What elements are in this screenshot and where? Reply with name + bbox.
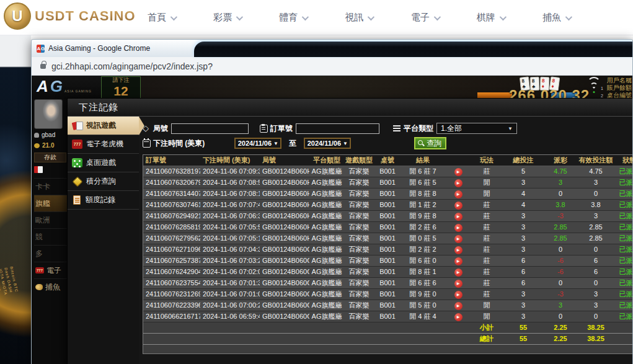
cell-valid: 0 — [576, 311, 616, 322]
replay-play-icon[interactable]: ▶ — [454, 202, 463, 210]
cell-valid: 2.85 — [576, 221, 616, 233]
replay-play-icon[interactable]: ▶ — [454, 224, 463, 232]
nav-item-首頁[interactable]: 首頁 — [148, 12, 175, 24]
replay-play-icon[interactable]: ▶ — [454, 280, 463, 288]
cell-game: 百家樂 — [344, 255, 374, 266]
lobby-menu-item-捕魚[interactable]: 捕魚 — [34, 278, 67, 295]
replay-play-icon[interactable]: ▶ — [454, 246, 463, 254]
cell-valid: 0 — [576, 244, 616, 255]
grand-total-value: 55 — [502, 333, 545, 344]
subtotal-label: 小計 — [472, 322, 502, 333]
cell-game: 百家樂 — [344, 210, 374, 221]
date-from-picker[interactable]: 2024/11/06 ▼ — [234, 138, 281, 149]
replay-play-icon[interactable]: ▶ — [454, 213, 463, 221]
cell-time: 2024-11-06 07:04:35 — [200, 244, 260, 255]
cell-order: 241106076223396 — [143, 300, 200, 311]
modal-sidebar-item-電子老虎機[interactable]: 電子老虎機 — [68, 135, 139, 154]
cell-valid: 6 — [576, 266, 616, 277]
ssl-lock-icon[interactable] — [40, 64, 46, 69]
cell-valid: 2.85 — [576, 233, 616, 244]
search-icon — [418, 140, 425, 147]
cell-round: GB00124B060H7 — [260, 166, 309, 177]
nav-item-label: 捕魚 — [542, 12, 561, 24]
order-number-input[interactable] — [296, 123, 379, 134]
search-button[interactable]: 查詢 — [414, 137, 446, 149]
nav-item-捕魚[interactable]: 捕魚 — [542, 12, 570, 24]
address-bar[interactable]: gci.2hhapi.com/agingame/pcv2/index.jsp? — [32, 57, 632, 76]
bet-record-row: 2411060762429042024-11-06 07:02:06GB0012… — [143, 266, 632, 277]
cell-replay: ▶ — [445, 288, 472, 300]
replay-play-icon[interactable]: ▶ — [454, 313, 463, 321]
nav-item-電子[interactable]: 電子 — [411, 12, 439, 24]
cell-total: 3 — [502, 210, 545, 221]
cell-result: 閒 8 莊 8 — [401, 188, 445, 199]
cell-order: 241106076257387 — [143, 255, 200, 266]
cell-payout: 3 — [545, 300, 576, 311]
replay-play-icon[interactable]: ▶ — [454, 179, 463, 187]
bet-record-row: 2411060762233962024-11-06 07:00:21GB0012… — [143, 300, 632, 311]
chevron-down-icon — [500, 13, 507, 20]
cell-payout: 0 — [545, 244, 576, 255]
grand-total-value: 38.25 — [576, 333, 616, 344]
nav-item-彩票[interactable]: 彩票 — [213, 12, 241, 24]
list-icon — [393, 125, 401, 133]
cell-replay: ▶ — [445, 300, 472, 311]
modal-sidebar-item-積分查詢[interactable]: 積分查詢 — [68, 172, 139, 191]
platform-type-label: 平台類型 — [393, 123, 433, 134]
column-header: 總投注 — [502, 155, 545, 166]
site-nav-menu: 首頁彩票體育視訊電子棋牌捕魚 — [148, 0, 570, 35]
cell-time: 2024-11-06 07:06:36 — [200, 210, 260, 221]
modal-title: 下注記錄 — [68, 99, 632, 117]
deposit-button[interactable]: 存款 — [34, 153, 66, 162]
date-range-to-label: 至 — [289, 138, 296, 149]
modal-sidebar-item-桌面遊戲[interactable]: 桌面遊戲 — [68, 154, 139, 172]
cell-status: 已派彩 — [616, 177, 632, 188]
lobby-menu-item-歐洲[interactable]: 歐洲 — [34, 211, 67, 228]
date-to-picker[interactable]: 2024/11/06 ▼ — [304, 138, 351, 149]
cell-platform: AG旗艦廳 — [309, 166, 344, 177]
lobby-menu-item-卡卡[interactable]: 卡卡 — [34, 178, 67, 195]
cell-payout: 3.8 — [545, 199, 576, 210]
nav-item-label: 彩票 — [213, 12, 232, 24]
cell-total: 4 — [502, 188, 545, 199]
dropdown-arrow-icon: ▼ — [273, 141, 278, 146]
crypto-coin-labels: Bitcoin BTCDash DASHIOTA MIOTANEM XEM — [0, 266, 28, 337]
cell-game: 百家樂 — [344, 244, 374, 255]
window-titlebar[interactable]: AG Asia Gaming - Google Chrome — [32, 40, 632, 57]
replay-play-icon[interactable]: ▶ — [454, 168, 463, 176]
cell-payout: 0 — [545, 311, 576, 322]
cell-time: 2024-11-06 07:09:30 — [200, 166, 260, 177]
bet-record-row: 2411060762949212024-11-06 07:06:36GB0012… — [143, 210, 632, 221]
replay-play-icon[interactable]: ▶ — [454, 302, 463, 310]
replay-play-icon[interactable]: ▶ — [454, 291, 463, 299]
modal-sidebar-item-額度記錄[interactable]: 額度記錄 — [68, 191, 139, 210]
cell-result: 閒 9 莊 0 — [401, 288, 445, 300]
lobby-menu-item-競[interactable]: 競 — [34, 228, 67, 245]
cell-platform: AG旗艦廳 — [309, 311, 344, 322]
cell-result: 閒 6 莊 6 — [401, 277, 445, 288]
ag-lobby-left-fragment: gbad 21.0 存款 卡卡旗艦歐洲競多777電子捕魚 — [34, 99, 67, 364]
cell-result: 閒 0 莊 5 — [401, 233, 445, 244]
cell-bet: 莊 — [472, 288, 502, 300]
replay-play-icon[interactable]: ▶ — [454, 269, 463, 277]
round-number-input[interactable] — [171, 123, 249, 134]
site-logo[interactable]: U USDT CASINO — [4, 2, 136, 30]
lobby-menu-item-電子[interactable]: 777電子 — [34, 262, 67, 278]
replay-play-icon[interactable]: ▶ — [454, 190, 463, 198]
cell-bet: 莊 — [472, 199, 502, 210]
cell-payout: -3 — [545, 288, 576, 300]
platform-type-select[interactable]: 1.全部 ▼ — [436, 123, 517, 134]
nav-item-體育[interactable]: 體育 — [279, 12, 307, 24]
column-header: 平台類型 — [309, 155, 344, 166]
modal-sidebar-item-視訊遊戲[interactable]: 視訊遊戲 — [68, 117, 139, 135]
replay-play-icon[interactable]: ▶ — [454, 235, 463, 243]
replay-play-icon[interactable]: ▶ — [454, 257, 463, 265]
sidebar-item-label: 電子老虎機 — [86, 139, 123, 149]
url-text[interactable]: gci.2hhapi.com/agingame/pcv2/index.jsp? — [51, 61, 213, 71]
nav-item-視訊[interactable]: 視訊 — [345, 12, 373, 24]
lobby-menu-item-多[interactable]: 多 — [34, 245, 67, 262]
nav-item-棋牌[interactable]: 棋牌 — [477, 12, 505, 24]
cell-table: B001 — [374, 311, 401, 322]
cell-result: 閒 6 莊 5 — [401, 177, 445, 188]
lobby-menu-item-旗艦[interactable]: 旗艦 — [34, 195, 67, 211]
